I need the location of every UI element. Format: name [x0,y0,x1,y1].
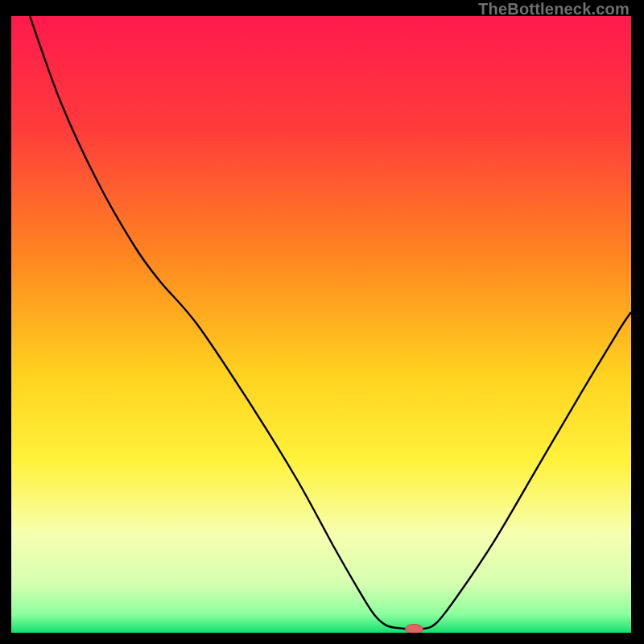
watermark-label: TheBottleneck.com [478,0,630,19]
chart-frame [11,16,631,633]
chart-background-gradient [11,16,631,633]
optimal-point-marker [406,624,423,633]
bottleneck-chart [11,16,631,633]
